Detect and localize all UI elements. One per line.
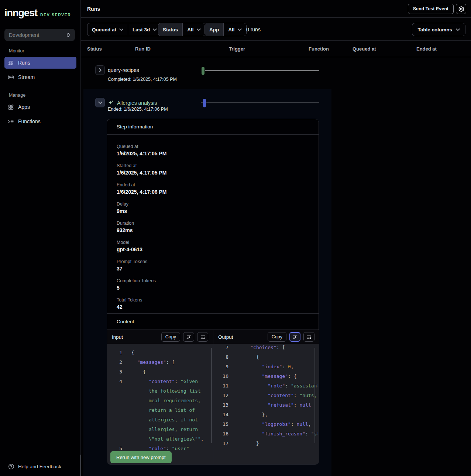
sidebar-item-runs[interactable]: Runs: [4, 57, 76, 69]
input-panel-header: Input Copy: [107, 330, 213, 344]
collapse-row-button[interactable]: [95, 98, 105, 107]
scroll-to-bottom-button[interactable]: [303, 332, 314, 342]
table-columns-button[interactable]: Table columns: [412, 23, 465, 36]
logo-text: inngest: [4, 7, 37, 19]
stream-icon: [8, 74, 14, 80]
field-started-at: Started at 1/6/2025, 4:17:05 PM: [117, 163, 166, 176]
app-root: inngest DEV SERVER Development Monitor R…: [0, 0, 471, 476]
run-name[interactable]: Allergies analysis: [117, 100, 157, 106]
chevron-down-icon: [153, 28, 157, 31]
card-title: Step information: [107, 119, 319, 135]
run-status-line: Completed: 1/6/2025, 4:17:05 PM: [108, 77, 177, 82]
sparkles-icon: [108, 100, 114, 106]
field-ended-at: Ended at 1/6/2025, 4:17:06 PM: [117, 182, 166, 196]
input-code-area[interactable]: 1{2"messages": [3{4"content": "Given the…: [107, 344, 213, 464]
functions-icon: [8, 118, 14, 125]
step-information-card: Step information Queued at 1/6/2025, 4:1…: [107, 119, 319, 465]
input-panel: Input Copy: [107, 330, 213, 464]
app-filter-group: App All: [204, 23, 247, 36]
time-range-filter[interactable]: Last 3d: [128, 23, 161, 36]
timeline-marker: [202, 67, 204, 75]
sidebar: inngest DEV SERVER Development Monitor R…: [0, 0, 81, 476]
field-prompt-tokens: Prompt Tokens 37: [117, 259, 166, 272]
time-filter-group: Queued at Last 3d: [87, 23, 162, 36]
field-completion-tokens: Completion Tokens 5: [117, 278, 166, 292]
step-info-fields: Queued at 1/6/2025, 4:17:05 PM Started a…: [117, 144, 166, 316]
status-filter-value[interactable]: All: [182, 23, 205, 36]
column-run-id: Run ID: [135, 41, 151, 57]
sidebar-item-label: Apps: [18, 104, 30, 110]
word-wrap-icon: [186, 334, 192, 340]
top-bar: Runs Send Test Event: [81, 0, 471, 18]
column-function: Function: [309, 41, 329, 57]
run-name[interactable]: query-recipes: [108, 67, 139, 73]
queued-at-label: Queued at: [92, 27, 116, 32]
table-header: Status Run ID Trigger Function Queued at…: [81, 41, 471, 57]
field-total-tokens: Total Tokens 42: [117, 297, 166, 311]
dev-server-badge: DEV SERVER: [40, 13, 71, 17]
field-duration: Duration 932ms: [117, 220, 166, 234]
logo: inngest DEV SERVER: [4, 7, 71, 19]
apps-icon: [8, 104, 14, 110]
section-label-manage: Manage: [9, 93, 25, 98]
gear-icon: [458, 6, 464, 12]
sidebar-item-label: Functions: [18, 118, 41, 124]
column-trigger: Trigger: [229, 41, 245, 57]
copy-input-button[interactable]: Copy: [161, 332, 180, 342]
lines-down-arrow-icon: [200, 334, 206, 340]
copy-output-button[interactable]: Copy: [268, 332, 286, 342]
word-wrap-toggle-button[interactable]: [183, 332, 194, 342]
page-title: Runs: [87, 0, 100, 18]
timeline-marker: [203, 99, 206, 107]
io-section: Input Copy: [107, 330, 319, 464]
chevron-down-icon: [238, 28, 242, 31]
column-queued-at: Queued at: [353, 41, 376, 57]
table-row[interactable]: query-recipes Completed: 1/6/2025, 4:17:…: [83, 57, 471, 89]
section-label-monitor: Monitor: [9, 48, 24, 54]
word-wrap-icon: [292, 334, 298, 340]
sidebar-item-functions[interactable]: Functions: [4, 115, 76, 127]
output-code-area[interactable]: 7"choices": [8{9"index": 0,10"message": …: [213, 344, 319, 464]
environment-select-value: Development: [9, 32, 39, 38]
sidebar-item-apps[interactable]: Apps: [4, 101, 76, 113]
expand-row-button[interactable]: [95, 65, 105, 75]
runs-icon: [8, 60, 14, 66]
sidebar-item-label: Runs: [18, 60, 30, 66]
chevron-right-icon: [98, 68, 102, 72]
chevron-down-icon: [456, 28, 460, 31]
word-wrap-toggle-button-active[interactable]: [289, 332, 300, 342]
status-filter-label: Status: [158, 23, 182, 36]
rerun-with-new-prompt-button[interactable]: Rerun with new prompt: [110, 451, 172, 463]
chevron-down-icon: [98, 101, 102, 105]
scroll-to-bottom-button[interactable]: [197, 332, 208, 342]
output-panel-header: Output Copy: [213, 330, 319, 344]
chevron-down-icon: [119, 28, 123, 31]
time-range-value: Last 3d: [133, 27, 150, 32]
field-delay: Delay 9ms: [117, 201, 166, 215]
input-title: Input: [112, 334, 123, 340]
app-filter-label: App: [205, 23, 223, 36]
column-status: Status: [87, 41, 102, 57]
help-label: Help and Feedback: [18, 464, 61, 469]
sidebar-item-label: Stream: [18, 74, 35, 80]
output-scrollbar[interactable]: [314, 348, 315, 443]
run-status-line: Ended: 1/6/2025, 4:17:06 PM: [108, 107, 168, 112]
settings-button[interactable]: [456, 4, 466, 14]
help-and-feedback[interactable]: Help and Feedback: [8, 463, 61, 470]
input-scrollbar[interactable]: [211, 348, 212, 443]
environment-select[interactable]: Development: [4, 29, 75, 41]
send-test-event-button[interactable]: Send Test Event: [408, 4, 454, 14]
app-filter-value[interactable]: All: [223, 23, 246, 36]
status-filter-group: Status All: [158, 23, 206, 36]
sidebar-item-stream[interactable]: Stream: [4, 71, 76, 83]
help-icon: [8, 463, 14, 470]
timeline-line: [206, 103, 319, 103]
field-model: Model gpt-4-0613: [117, 239, 166, 253]
main-area: Runs Send Test Event Queued at Last 3d: [81, 0, 471, 476]
field-queued-at: Queued at 1/6/2025, 4:17:05 PM: [117, 144, 166, 157]
output-panel: Output Copy: [213, 330, 319, 464]
runs-count: 0 runs: [246, 23, 261, 36]
chevron-down-icon: [197, 28, 201, 31]
lines-down-arrow-icon: [306, 334, 312, 340]
queued-at-filter[interactable]: Queued at: [87, 23, 128, 36]
